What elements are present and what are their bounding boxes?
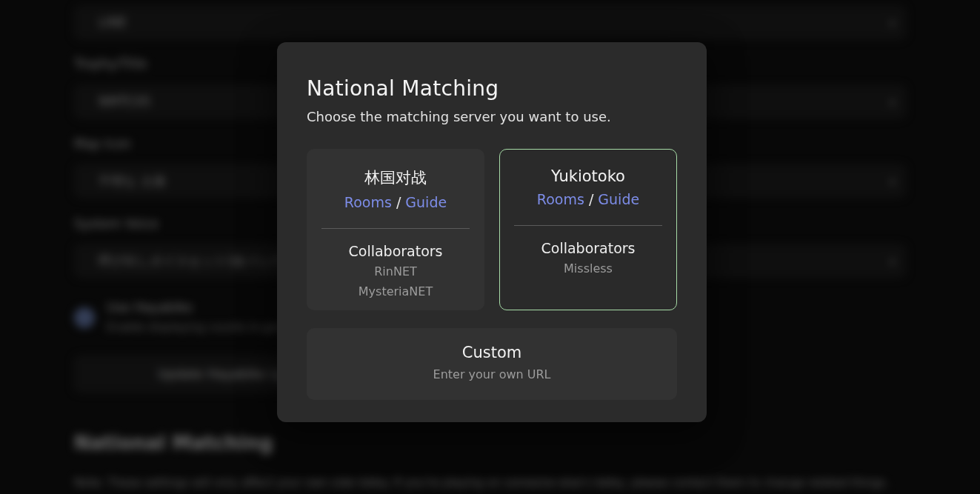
server-card-yukiotoko[interactable]: Yukiotoko Rooms / Guide Collaborators Mi… (499, 149, 677, 310)
links-separator: / (584, 191, 598, 207)
collaborator-name: Missless (500, 261, 676, 276)
server-links: Rooms / Guide (500, 191, 676, 207)
collaborators-label: Collaborators (500, 240, 676, 256)
custom-card-title: Custom (307, 344, 677, 361)
collaborators-label: Collaborators (307, 243, 484, 259)
card-divider (321, 228, 470, 229)
rooms-link[interactable]: Rooms (344, 194, 392, 210)
server-name: 林国对战 (307, 167, 484, 188)
page: LINE ▾ Trophy/Title NMTC05 ▾ Map Icon 不明… (0, 0, 980, 494)
server-links: Rooms / Guide (307, 194, 484, 210)
national-matching-modal: National Matching Choose the matching se… (277, 42, 707, 422)
modal-subtitle: Choose the matching server you want to u… (307, 109, 677, 124)
server-options: 林国对战 Rooms / Guide Collaborators RinNET … (307, 149, 677, 310)
modal-title: National Matching (307, 76, 677, 101)
custom-server-card[interactable]: Custom Enter your own URL (307, 328, 677, 400)
links-separator: / (392, 194, 405, 210)
collaborator-name: MysteriaNET (307, 284, 484, 299)
guide-link[interactable]: Guide (598, 191, 639, 207)
server-card-linguo[interactable]: 林国对战 Rooms / Guide Collaborators RinNET … (307, 149, 484, 310)
guide-link[interactable]: Guide (405, 194, 447, 210)
collaborator-name: RinNET (307, 264, 484, 279)
rooms-link[interactable]: Rooms (537, 191, 584, 207)
card-divider (514, 225, 662, 226)
custom-card-subtitle: Enter your own URL (307, 367, 677, 381)
server-name: Yukiotoko (500, 167, 676, 185)
